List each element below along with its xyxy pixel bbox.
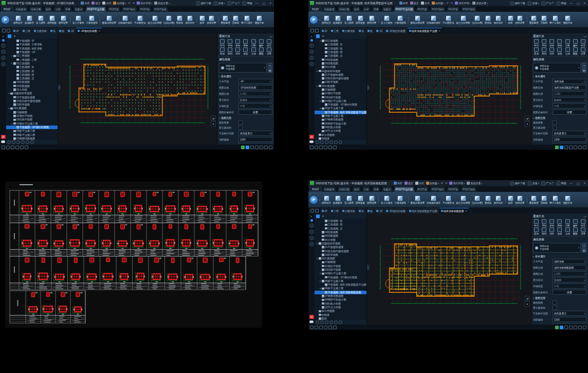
p-logo-button[interactable]: P [1, 15, 10, 24]
tree-item[interactable]: 立面视图: 南 [315, 219, 366, 223]
osnap-icon[interactable] [564, 326, 568, 329]
expand-strip-icon[interactable]: » [311, 34, 313, 38]
lamp-icon[interactable] [324, 146, 327, 149]
tree-item[interactable]: ▾05梁平法施工图 [315, 106, 366, 110]
plugin-download-button[interactable]: 插件下载 [510, 1, 525, 6]
quick-style-icon[interactable] [333, 146, 337, 149]
edition-menu[interactable]: 协同版▾ [113, 2, 126, 5]
edition-menu[interactable]: 协同版▾ [432, 2, 445, 5]
tree-item[interactable]: 立面视图: 西 [315, 223, 366, 226]
ribbon-collapse-icon[interactable]: ‹ [319, 198, 320, 201]
tree-item[interactable]: 立面视图: 南 [315, 47, 366, 50]
view-tab[interactable]: 三维 [329, 208, 340, 214]
zoom-extents-icon[interactable] [319, 326, 323, 329]
tree-item[interactable]: 立面视图: 北 [315, 227, 366, 230]
p-logo-button[interactable]: P [309, 15, 318, 24]
tree-item[interactable]: ▾03立面视图 [6, 62, 58, 65]
view-tab[interactable]: 主楼顶板 [341, 28, 357, 33]
ribbon-button[interactable]: 钢筋字体 [563, 195, 573, 205]
zoom-in-icon[interactable] [12, 140, 15, 144]
ribbon-tab[interactable]: POST板 [447, 187, 461, 192]
tree-item[interactable]: 06大样图 [315, 238, 366, 241]
tree-item[interactable]: 06大样图 [315, 65, 366, 69]
ribbon-tab[interactable]: POST墙柱 [430, 7, 446, 12]
filter-icon[interactable]: ▼ [322, 34, 324, 38]
submit-button[interactable]: 提交 [91, 2, 100, 5]
select-cursor-icon[interactable] [310, 326, 314, 329]
zoom-window-icon[interactable] [315, 326, 318, 329]
quick-style-icon[interactable] [25, 146, 28, 149]
tool-button[interactable]: 修剪 [242, 47, 249, 55]
tool-button[interactable]: 移动 [532, 219, 540, 227]
view-tab[interactable]: 地库顶板梁配筋平法图 [408, 208, 439, 214]
view-scale-select[interactable]: 1:100▾ [553, 91, 586, 96]
tree-item[interactable]: 未分组视图 [315, 309, 366, 313]
ribbon-tab[interactable]: 分析 [362, 7, 371, 12]
tool-button[interactable]: 复制 [540, 39, 548, 47]
tree-item[interactable]: 06板平法施工图 [315, 114, 366, 118]
view-tab[interactable]: 1F [320, 28, 329, 33]
visibility-icon[interactable] [334, 140, 338, 144]
tree-expander-icon[interactable]: ▾ [319, 40, 321, 42]
tool-button[interactable]: 缩放 [548, 47, 556, 55]
tool-button[interactable]: 阵列 [540, 227, 548, 235]
lamp-icon[interactable] [329, 140, 333, 144]
view-tab[interactable]: 东 [357, 28, 365, 33]
grid-snap-icon[interactable] [260, 146, 263, 149]
layers-icon[interactable] [8, 34, 11, 38]
close-overlay-button[interactable]: × [525, 121, 530, 127]
view-tab[interactable]: 1F [320, 208, 329, 214]
tree-expander-icon[interactable]: ▾ [319, 107, 321, 110]
tree-item[interactable]: 平面视图: 地库顶板板配筋图 [315, 291, 366, 294]
ribbon-button[interactable]: 校审 [507, 195, 514, 205]
undo-button[interactable]: ↶ [128, 2, 131, 5]
tree-item[interactable]: 03校审视图 [315, 253, 366, 257]
tree-item[interactable]: 05详图视图 [315, 234, 366, 238]
ribbon-button[interactable]: 模型设置 [366, 195, 377, 205]
tree-item[interactable]: 01轴网图 [315, 260, 366, 264]
tree-item[interactable]: ▾04墙柱平法施工图 [315, 272, 366, 275]
system-settings-menu[interactable]: 系统设置▾ [467, 182, 482, 185]
notification-badge[interactable]: 24 [309, 315, 314, 319]
tree-item[interactable]: 01轴网图 [315, 88, 366, 92]
ribbon-tab[interactable]: 质量 [372, 187, 381, 192]
work-plane-select[interactable]: 地库顶板▾ [553, 79, 586, 84]
view-scale-select[interactable]: 1:100▾ [238, 91, 272, 96]
brush-icon[interactable] [30, 140, 34, 144]
view-tab[interactable]: 三维 [329, 28, 340, 33]
model-check-icon[interactable] [309, 43, 314, 48]
ortho-icon[interactable] [255, 146, 259, 149]
ribbon-tab[interactable]: POST墙柱 [430, 187, 446, 192]
ribbon-button[interactable]: 指定归并 [493, 195, 504, 205]
tree-item[interactable]: 06板平法施工图 [6, 133, 58, 136]
ribbon-tab[interactable]: 协同 [44, 7, 53, 12]
tree-item[interactable]: 03校审视图 [315, 80, 366, 84]
zoom-in-icon[interactable] [320, 321, 324, 324]
ribbon-button[interactable]: 万能刷 [540, 15, 548, 25]
reset-view-button[interactable]: ↺ [525, 296, 530, 301]
tree-item[interactable]: 09剖面大样图 [315, 302, 366, 306]
osnap-icon[interactable] [250, 146, 254, 149]
tree-item[interactable]: ▾02建模校审视图 [6, 92, 58, 95]
view-tab[interactable]: -1F墙柱列表图 [384, 208, 407, 214]
view-type-selector[interactable]: 视图名称 平面视图 ▾ [533, 243, 581, 253]
tool-button[interactable]: 打断 [250, 39, 258, 47]
lamp-icon[interactable] [15, 146, 19, 149]
view-type-selector[interactable]: 视图名称 平面视图 ▾ [219, 63, 267, 73]
ribbon-button[interactable]: 校审设置 [515, 15, 525, 25]
tool-button[interactable]: 复制 [226, 39, 234, 47]
tool-button[interactable]: 镜像 [556, 219, 563, 227]
ribbon-tab[interactable]: POST梁 [107, 7, 121, 12]
assistant-button[interactable]: 广小二 [227, 1, 240, 6]
library-icon[interactable] [1, 56, 6, 60]
add-view-button[interactable]: + [268, 63, 272, 67]
ortho-icon[interactable] [569, 326, 573, 329]
filter-icon[interactable]: ▼ [322, 215, 324, 218]
tree-expander-icon[interactable]: ▾ [8, 92, 10, 95]
tree-item[interactable]: ▾03立面视图 [315, 39, 366, 43]
tool-button[interactable]: 设置 [265, 47, 273, 55]
tree-item[interactable]: 平面视图: -1F [6, 50, 58, 54]
ribbon-tab[interactable]: POST基础 [461, 187, 477, 192]
ribbon-button[interactable]: 万能刷 [232, 15, 240, 25]
ribbon-button[interactable]: 图库集 [484, 15, 492, 25]
